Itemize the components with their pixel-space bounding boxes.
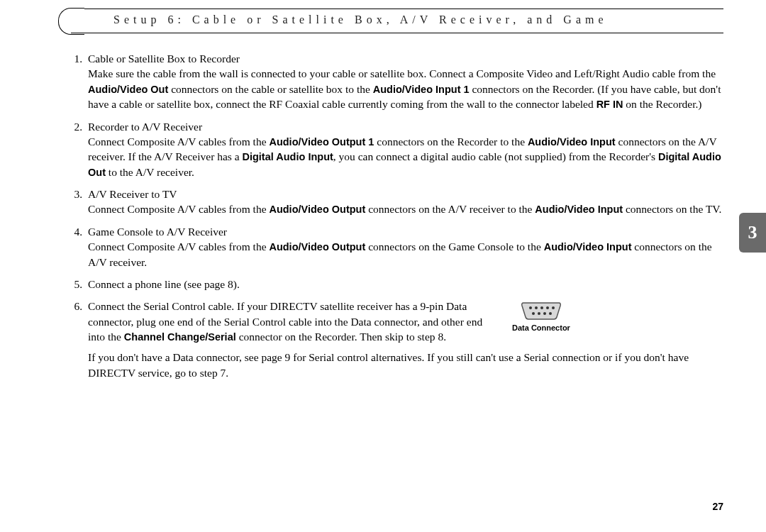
step-title: A/V Receiver to TV (88, 187, 723, 201)
step-title: Recorder to A/V Receiver (88, 119, 723, 134)
step-body: Connect Composite A/V cables from the Au… (88, 201, 723, 216)
bold-term: Audio/Video Output (269, 241, 365, 253)
chapter-number: 3 (748, 222, 757, 243)
step-2: Recorder to A/V Receiver Connect Composi… (85, 119, 723, 180)
step-body: Connect the Serial Control cable. If you… (88, 299, 499, 344)
steps-list: Cable or Satellite Box to Recorder Make … (71, 51, 723, 380)
bold-term: Audio/Video Out (88, 84, 168, 95)
header-rule-bottom (71, 33, 723, 33)
svg-point-7 (543, 312, 546, 315)
text: , you can connect a digital audio cable … (333, 150, 658, 162)
step-body: Connect Composite A/V cables from the Au… (88, 239, 723, 270)
step-title: Connect a phone line (see page 8). (88, 277, 723, 292)
header-title: Setup 6: Cable or Satellite Box, A/V Rec… (113, 13, 695, 26)
bold-term: Channel Change/Serial (124, 331, 236, 343)
text: connectors on the TV. (623, 203, 721, 215)
svg-point-8 (549, 312, 552, 315)
step-5: Connect a phone line (see page 8). (85, 277, 723, 292)
header-arc (58, 8, 84, 35)
text: on the Recorder.) (623, 98, 701, 110)
text: connectors on the Game Console to the (365, 240, 543, 253)
text: Connect Composite A/V cables from the (88, 203, 269, 215)
svg-point-2 (540, 306, 543, 309)
bold-term: Audio/Video Input (535, 204, 623, 215)
svg-point-5 (532, 312, 535, 315)
step-title: Cable or Satellite Box to Recorder (88, 51, 723, 66)
step-title: Game Console to A/V Receiver (88, 224, 723, 239)
text: Connect Composite A/V cables from the (88, 240, 269, 253)
svg-point-6 (538, 312, 540, 315)
chapter-tab: 3 (739, 213, 766, 253)
step-3: A/V Receiver to TV Connect Composite A/V… (85, 187, 723, 217)
db9-connector-icon (521, 300, 562, 321)
text: connectors on the cable or satellite box… (168, 83, 372, 95)
figure-caption: Data Connector (512, 323, 570, 333)
page: Setup 6: Cable or Satellite Box, A/V Rec… (0, 0, 766, 380)
svg-point-4 (552, 306, 555, 309)
bold-term: Audio/Video Input (528, 136, 616, 148)
bold-term: Audio/Video Output (269, 204, 365, 215)
step-1: Cable or Satellite Box to Recorder Make … (85, 51, 723, 112)
svg-point-0 (529, 306, 532, 309)
page-number: 27 (712, 501, 723, 512)
text: connectors on the A/V receiver to the (365, 203, 535, 215)
bold-term: Audio/Video Input (544, 241, 632, 253)
bold-term: RF IN (596, 99, 623, 110)
step-body-2: If you don't have a Data connector, see … (88, 350, 723, 380)
step-6: Connect the Serial Control cable. If you… (85, 299, 723, 380)
bold-term: Digital Audio Input (242, 151, 333, 162)
header-rule-top (71, 9, 723, 9)
step-4: Game Console to A/V Receiver Connect Com… (85, 224, 723, 270)
step-body: Make sure the cable from the wall is con… (88, 66, 723, 111)
text: to the A/V receiver. (106, 166, 194, 178)
bold-term: Audio/Video Output 1 (269, 136, 374, 148)
bold-term: Audio/Video Input 1 (373, 84, 470, 95)
svg-point-3 (546, 306, 549, 309)
text: connectors on the Recorder to the (374, 135, 528, 148)
chapter-header: Setup 6: Cable or Satellite Box, A/V Rec… (57, 9, 723, 35)
text: Connect Composite A/V cables from the (88, 135, 269, 148)
svg-point-1 (535, 306, 538, 309)
step-body: Connect Composite A/V cables from the Au… (88, 134, 723, 179)
text: connector on the Recorder. Then skip to … (236, 331, 446, 343)
text: Make sure the cable from the wall is con… (88, 67, 716, 79)
data-connector-figure: Data Connector (512, 300, 570, 333)
